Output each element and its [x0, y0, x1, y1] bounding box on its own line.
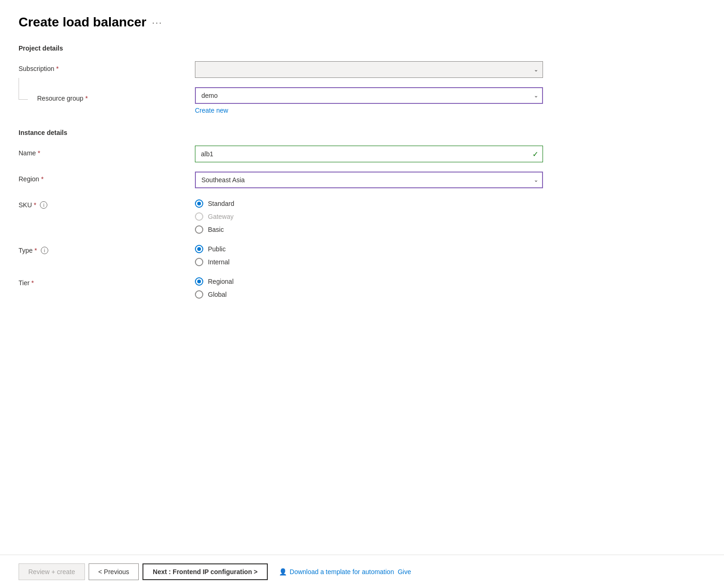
sku-basic-label: Basic — [208, 226, 224, 233]
region-select-wrapper: Southeast Asia ⌄ — [195, 172, 543, 188]
type-internal-label: Internal — [208, 258, 230, 266]
project-details-title: Project details — [19, 45, 705, 52]
sku-basic-radio — [195, 225, 203, 234]
name-valid-icon: ✓ — [532, 150, 538, 159]
tier-regional-dot — [197, 280, 201, 283]
resource-group-label-container: Resource group * — [19, 87, 195, 102]
name-input-wrapper: ✓ — [195, 146, 543, 162]
region-required-star: * — [41, 175, 43, 183]
sku-gateway-option: Gateway — [195, 212, 543, 221]
sku-label: SKU * i — [19, 198, 195, 209]
tier-global-option[interactable]: Global — [195, 290, 543, 299]
footer: Review + create < Previous Next : Fronte… — [0, 555, 724, 588]
tier-global-radio — [195, 290, 203, 299]
region-row: Region * Southeast Asia ⌄ — [19, 172, 705, 188]
person-template-icon: 👤 — [279, 568, 287, 575]
sku-standard-option[interactable]: Standard — [195, 199, 543, 208]
subscription-select[interactable] — [195, 61, 543, 78]
type-public-label: Public — [208, 245, 226, 253]
previous-button[interactable]: < Previous — [89, 563, 139, 580]
tier-global-label: Global — [208, 291, 226, 298]
sku-standard-label: Standard — [208, 200, 234, 207]
resource-group-required-star: * — [85, 95, 88, 102]
sku-basic-option[interactable]: Basic — [195, 225, 543, 234]
tier-regional-radio — [195, 277, 203, 286]
sku-standard-dot — [197, 202, 201, 205]
type-row: Type * i Public Internal — [19, 243, 705, 266]
sku-radio-group: Standard Gateway Basic — [195, 198, 543, 234]
type-internal-radio — [195, 258, 203, 266]
resource-group-control: demo ⌄ Create new — [195, 87, 543, 114]
page-title: Create load balancer — [19, 15, 146, 30]
subscription-label: Subscription * — [19, 61, 195, 72]
review-create-button[interactable]: Review + create — [19, 563, 85, 580]
sku-row: SKU * i Standard Gateway — [19, 198, 705, 234]
name-required-star: * — [38, 149, 40, 157]
next-button[interactable]: Next : Frontend IP configuration > — [142, 563, 268, 580]
name-row: Name * ✓ — [19, 146, 705, 162]
name-input[interactable] — [195, 146, 543, 162]
type-internal-option[interactable]: Internal — [195, 258, 543, 266]
region-control: Southeast Asia ⌄ — [195, 172, 543, 188]
region-select[interactable]: Southeast Asia — [195, 172, 543, 188]
region-label: Region * — [19, 172, 195, 183]
subscription-row: Subscription * ⌄ — [19, 61, 705, 78]
resource-group-select[interactable]: demo — [195, 87, 543, 104]
resource-group-row: Resource group * demo ⌄ Create new — [19, 87, 705, 114]
sku-gateway-radio — [195, 212, 203, 221]
tier-required-star: * — [32, 279, 34, 287]
type-public-radio — [195, 245, 203, 253]
name-control: ✓ — [195, 146, 543, 162]
create-new-resource-group-link[interactable]: Create new — [195, 107, 228, 114]
sku-required-star: * — [34, 201, 36, 209]
type-public-dot — [197, 247, 201, 251]
tier-label: Tier * — [19, 275, 195, 287]
give-label: Give — [398, 568, 411, 575]
tier-radio-group: Regional Global — [195, 275, 543, 299]
download-template-link[interactable]: 👤 Download a template for automation — [279, 568, 394, 575]
sku-standard-radio — [195, 199, 203, 208]
instance-details-section: Instance details Name * ✓ Region * — [19, 129, 705, 299]
type-required-star: * — [34, 247, 37, 254]
type-control: Public Internal — [195, 243, 543, 266]
type-public-option[interactable]: Public — [195, 245, 543, 253]
tier-regional-option[interactable]: Regional — [195, 277, 543, 286]
project-details-section: Project details Subscription * ⌄ — [19, 45, 705, 114]
resource-group-label: Resource group — [37, 95, 84, 102]
tier-regional-label: Regional — [208, 278, 233, 285]
resource-group-select-wrapper: demo ⌄ — [195, 87, 543, 104]
more-options-icon[interactable]: ··· — [152, 17, 162, 28]
type-label: Type * i — [19, 243, 195, 254]
sku-control: Standard Gateway Basic — [195, 198, 543, 234]
subscription-select-wrapper: ⌄ — [195, 61, 543, 78]
instance-details-title: Instance details — [19, 129, 705, 136]
name-label: Name * — [19, 146, 195, 157]
type-radio-group: Public Internal — [195, 243, 543, 266]
sku-gateway-label: Gateway — [208, 213, 233, 220]
type-info-icon[interactable]: i — [41, 247, 48, 254]
subscription-control: ⌄ — [195, 61, 543, 78]
tier-row: Tier * Regional Global — [19, 275, 705, 299]
subscription-required-star: * — [56, 65, 58, 72]
tier-control: Regional Global — [195, 275, 543, 299]
sku-info-icon[interactable]: i — [40, 201, 47, 209]
